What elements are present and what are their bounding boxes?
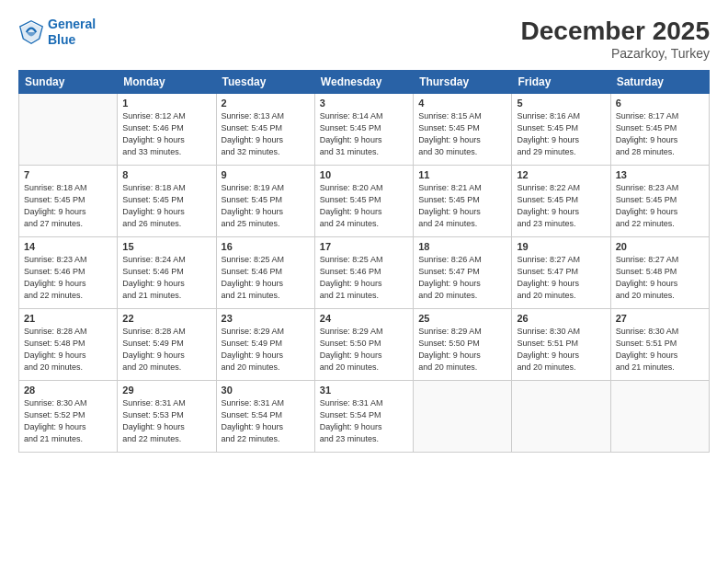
week-row-1: 7Sunrise: 8:18 AMSunset: 5:45 PMDaylight… <box>19 166 710 237</box>
calendar-cell: 28Sunrise: 8:30 AMSunset: 5:52 PMDayligh… <box>19 381 118 453</box>
calendar-cell: 11Sunrise: 8:21 AMSunset: 5:45 PMDayligh… <box>414 166 512 237</box>
calendar-cell: 25Sunrise: 8:29 AMSunset: 5:50 PMDayligh… <box>414 309 512 381</box>
day-info: Sunrise: 8:14 AMSunset: 5:45 PMDaylight:… <box>320 110 408 158</box>
calendar-cell <box>414 381 512 453</box>
logo-icon <box>18 19 44 45</box>
day-info: Sunrise: 8:29 AMSunset: 5:49 PMDaylight:… <box>222 326 310 373</box>
header-saturday: Saturday <box>610 71 709 94</box>
title-area: December 2025 Pazarkoy, Turkey <box>521 17 710 61</box>
calendar-cell: 5Sunrise: 8:16 AMSunset: 5:45 PMDaylight… <box>512 94 610 166</box>
calendar-cell: 8Sunrise: 8:18 AMSunset: 5:45 PMDaylight… <box>118 166 216 237</box>
calendar-table: Sunday Monday Tuesday Wednesday Thursday… <box>18 70 710 453</box>
header-sunday: Sunday <box>19 71 118 94</box>
day-info: Sunrise: 8:12 AMSunset: 5:46 PMDaylight:… <box>122 110 210 158</box>
week-row-2: 14Sunrise: 8:23 AMSunset: 5:46 PMDayligh… <box>19 237 710 309</box>
day-number: 28 <box>24 385 112 396</box>
calendar-cell: 22Sunrise: 8:28 AMSunset: 5:49 PMDayligh… <box>118 309 216 381</box>
day-number: 2 <box>222 98 310 109</box>
weekday-header-row: Sunday Monday Tuesday Wednesday Thursday… <box>19 71 710 94</box>
day-info: Sunrise: 8:25 AMSunset: 5:46 PMDaylight:… <box>320 254 408 302</box>
day-info: Sunrise: 8:29 AMSunset: 5:50 PMDaylight:… <box>418 326 506 373</box>
calendar-cell: 2Sunrise: 8:13 AMSunset: 5:45 PMDaylight… <box>216 94 314 166</box>
logo-line1: General <box>48 17 96 31</box>
day-info: Sunrise: 8:16 AMSunset: 5:45 PMDaylight:… <box>517 110 605 158</box>
calendar-cell: 16Sunrise: 8:25 AMSunset: 5:46 PMDayligh… <box>216 237 314 309</box>
calendar-cell: 26Sunrise: 8:30 AMSunset: 5:51 PMDayligh… <box>512 309 610 381</box>
day-info: Sunrise: 8:23 AMSunset: 5:45 PMDaylight:… <box>616 182 704 230</box>
calendar-cell: 12Sunrise: 8:22 AMSunset: 5:45 PMDayligh… <box>512 166 610 237</box>
day-number: 21 <box>24 313 112 324</box>
day-number: 27 <box>616 313 704 324</box>
day-info: Sunrise: 8:13 AMSunset: 5:45 PMDaylight:… <box>222 110 310 158</box>
day-number: 5 <box>517 98 605 109</box>
subtitle: Pazarkoy, Turkey <box>521 46 710 61</box>
day-number: 29 <box>122 385 210 396</box>
calendar-cell <box>512 381 610 453</box>
day-number: 10 <box>320 169 408 180</box>
day-info: Sunrise: 8:17 AMSunset: 5:45 PMDaylight:… <box>616 110 704 158</box>
day-number: 18 <box>418 241 506 252</box>
day-info: Sunrise: 8:30 AMSunset: 5:52 PMDaylight:… <box>24 397 112 445</box>
day-number: 15 <box>122 241 210 252</box>
calendar-cell: 9Sunrise: 8:19 AMSunset: 5:45 PMDaylight… <box>216 166 314 237</box>
header-friday: Friday <box>512 71 610 94</box>
logo: General Blue <box>18 17 96 48</box>
calendar-cell: 19Sunrise: 8:27 AMSunset: 5:47 PMDayligh… <box>512 237 610 309</box>
header-wednesday: Wednesday <box>314 71 413 94</box>
day-info: Sunrise: 8:31 AMSunset: 5:54 PMDaylight:… <box>320 397 408 445</box>
calendar-cell: 20Sunrise: 8:27 AMSunset: 5:48 PMDayligh… <box>610 237 709 309</box>
calendar-cell: 15Sunrise: 8:24 AMSunset: 5:46 PMDayligh… <box>118 237 216 309</box>
day-info: Sunrise: 8:19 AMSunset: 5:45 PMDaylight:… <box>222 182 310 230</box>
calendar-cell: 4Sunrise: 8:15 AMSunset: 5:45 PMDaylight… <box>414 94 512 166</box>
week-row-3: 21Sunrise: 8:28 AMSunset: 5:48 PMDayligh… <box>19 309 710 381</box>
day-number: 13 <box>616 169 704 180</box>
calendar-cell: 31Sunrise: 8:31 AMSunset: 5:54 PMDayligh… <box>314 381 413 453</box>
day-info: Sunrise: 8:18 AMSunset: 5:45 PMDaylight:… <box>24 182 112 230</box>
calendar-cell: 24Sunrise: 8:29 AMSunset: 5:50 PMDayligh… <box>314 309 413 381</box>
day-info: Sunrise: 8:15 AMSunset: 5:45 PMDaylight:… <box>418 110 506 158</box>
day-number: 23 <box>222 313 310 324</box>
page: General Blue December 2025 Pazarkoy, Tur… <box>0 0 728 563</box>
day-number: 4 <box>418 98 506 109</box>
calendar-cell: 7Sunrise: 8:18 AMSunset: 5:45 PMDaylight… <box>19 166 118 237</box>
day-info: Sunrise: 8:26 AMSunset: 5:47 PMDaylight:… <box>418 254 506 302</box>
day-number: 30 <box>222 385 310 396</box>
day-info: Sunrise: 8:27 AMSunset: 5:48 PMDaylight:… <box>616 254 704 302</box>
day-info: Sunrise: 8:30 AMSunset: 5:51 PMDaylight:… <box>616 326 704 373</box>
calendar-cell: 29Sunrise: 8:31 AMSunset: 5:53 PMDayligh… <box>118 381 216 453</box>
calendar-cell: 10Sunrise: 8:20 AMSunset: 5:45 PMDayligh… <box>314 166 413 237</box>
day-number: 16 <box>222 241 310 252</box>
day-info: Sunrise: 8:28 AMSunset: 5:49 PMDaylight:… <box>122 326 210 373</box>
day-number: 7 <box>24 169 112 180</box>
day-info: Sunrise: 8:20 AMSunset: 5:45 PMDaylight:… <box>320 182 408 230</box>
day-number: 31 <box>320 385 408 396</box>
day-number: 17 <box>320 241 408 252</box>
calendar-cell: 6Sunrise: 8:17 AMSunset: 5:45 PMDaylight… <box>610 94 709 166</box>
day-number: 24 <box>320 313 408 324</box>
calendar-cell: 21Sunrise: 8:28 AMSunset: 5:48 PMDayligh… <box>19 309 118 381</box>
day-number: 26 <box>517 313 605 324</box>
day-info: Sunrise: 8:29 AMSunset: 5:50 PMDaylight:… <box>320 326 408 373</box>
day-number: 9 <box>222 169 310 180</box>
week-row-4: 28Sunrise: 8:30 AMSunset: 5:52 PMDayligh… <box>19 381 710 453</box>
calendar-cell <box>19 94 118 166</box>
day-number: 19 <box>517 241 605 252</box>
day-info: Sunrise: 8:24 AMSunset: 5:46 PMDaylight:… <box>122 254 210 302</box>
calendar-cell: 13Sunrise: 8:23 AMSunset: 5:45 PMDayligh… <box>610 166 709 237</box>
day-number: 6 <box>616 98 704 109</box>
logo-text: General Blue <box>48 17 96 48</box>
day-info: Sunrise: 8:27 AMSunset: 5:47 PMDaylight:… <box>517 254 605 302</box>
calendar-cell <box>610 381 709 453</box>
day-info: Sunrise: 8:30 AMSunset: 5:51 PMDaylight:… <box>517 326 605 373</box>
header: General Blue December 2025 Pazarkoy, Tur… <box>18 17 710 61</box>
day-number: 25 <box>418 313 506 324</box>
day-number: 11 <box>418 169 506 180</box>
header-monday: Monday <box>118 71 216 94</box>
day-number: 1 <box>122 98 210 109</box>
calendar-cell: 14Sunrise: 8:23 AMSunset: 5:46 PMDayligh… <box>19 237 118 309</box>
header-tuesday: Tuesday <box>216 71 314 94</box>
day-number: 22 <box>122 313 210 324</box>
calendar-cell: 1Sunrise: 8:12 AMSunset: 5:46 PMDaylight… <box>118 94 216 166</box>
calendar-cell: 27Sunrise: 8:30 AMSunset: 5:51 PMDayligh… <box>610 309 709 381</box>
day-number: 12 <box>517 169 605 180</box>
